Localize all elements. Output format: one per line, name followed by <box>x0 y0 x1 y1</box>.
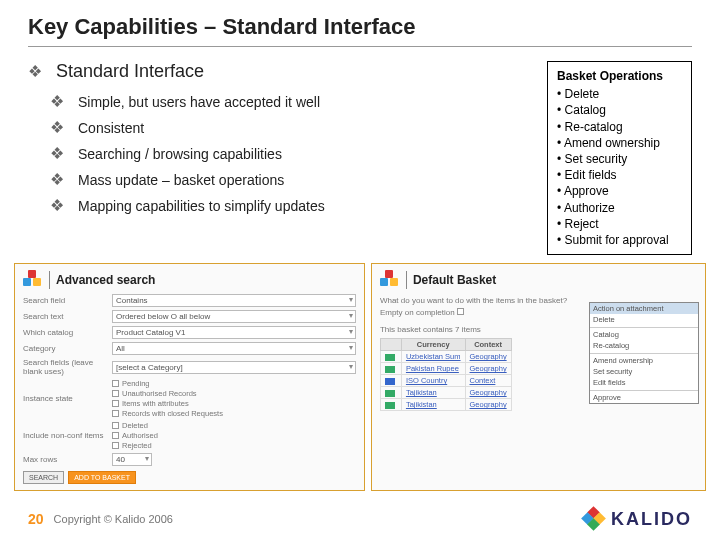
label: Include non-conf items <box>23 431 108 440</box>
bullet-item: Consistent <box>78 120 144 136</box>
bullet-item: Searching / browsing capabilities <box>78 146 282 162</box>
copyright: Copyright © Kalido 2006 <box>54 513 173 525</box>
dropdown-option[interactable]: Catalog <box>590 327 698 340</box>
flag-icon <box>385 366 395 373</box>
dropdown-option[interactable]: Re-catalog <box>590 340 698 351</box>
dropdown-option[interactable]: Amend ownership <box>590 353 698 366</box>
search-fields-select[interactable]: [select a Category] <box>112 361 356 374</box>
ops-item: • Authorize <box>557 200 682 216</box>
checkbox-label: Items with attributes <box>122 399 189 408</box>
table-row[interactable]: Uzbekistan SumGeography <box>380 351 511 363</box>
bullet-item: Mapping capabilities to simplify updates <box>78 198 325 214</box>
diamond-bullet-icon: ❖ <box>50 118 64 137</box>
checkbox-label: Records with closed Requests <box>122 409 223 418</box>
flag-icon <box>385 378 395 385</box>
label: Search field <box>23 296 108 305</box>
table-header <box>380 339 401 351</box>
label: Search text <box>23 312 108 321</box>
flag-icon <box>385 390 395 397</box>
checkbox[interactable] <box>112 380 119 387</box>
checkbox-label: Pending <box>122 379 150 388</box>
dropdown-option[interactable]: Delete <box>590 314 698 325</box>
app-cube-icon <box>380 270 400 290</box>
basket-operations-box: Basket Operations • Delete • Catalog • R… <box>547 61 692 255</box>
logo-mark-icon <box>583 508 605 530</box>
section-heading: Standard Interface <box>56 61 204 82</box>
table-row[interactable]: TajikistanGeography <box>380 387 511 399</box>
table-header: Currency <box>401 339 465 351</box>
panel-title: Default Basket <box>413 273 496 287</box>
flag-icon <box>385 402 395 409</box>
checkbox[interactable] <box>112 400 119 407</box>
panel-title: Advanced search <box>56 273 155 287</box>
basket-table: Currency Context Uzbekistan SumGeography… <box>380 338 512 411</box>
separator <box>49 271 50 289</box>
empty-on-completion-label: Empty on completion <box>380 308 455 317</box>
diamond-bullet-icon: ❖ <box>50 170 64 189</box>
logo-text: KALIDO <box>611 509 692 530</box>
label: Which catalog <box>23 328 108 337</box>
checkbox[interactable] <box>112 422 119 429</box>
ops-item: • Submit for approval <box>557 232 682 248</box>
bullet-item: Mass update – basket operations <box>78 172 284 188</box>
which-catalog-select[interactable]: Product Catalog V1 <box>112 326 356 339</box>
label: Search fields (leave blank uses) <box>23 358 108 376</box>
checkbox-label: Authorised <box>122 431 158 440</box>
add-to-basket-button[interactable]: ADD TO BASKET <box>68 471 136 484</box>
flag-icon <box>385 354 395 361</box>
separator <box>406 271 407 289</box>
diamond-bullet-icon: ❖ <box>28 62 42 81</box>
diamond-bullet-icon: ❖ <box>50 144 64 163</box>
checkbox[interactable] <box>112 432 119 439</box>
checkbox-label: Deleted <box>122 421 148 430</box>
app-cube-icon <box>23 270 43 290</box>
ops-item: • Amend ownership <box>557 135 682 151</box>
advanced-search-panel: Advanced search Search fieldContains Sea… <box>14 263 365 491</box>
ops-title: Basket Operations <box>557 68 682 84</box>
ops-item: • Edit fields <box>557 167 682 183</box>
category-select[interactable]: All <box>112 342 356 355</box>
search-field-select[interactable]: Contains <box>112 294 356 307</box>
page-number: 20 <box>28 511 44 527</box>
checkbox-label: Rejected <box>122 441 152 450</box>
ops-item: • Catalog <box>557 102 682 118</box>
search-button[interactable]: SEARCH <box>23 471 64 484</box>
checkbox[interactable] <box>112 442 119 449</box>
slide-title: Key Capabilities – Standard Interface <box>28 14 692 47</box>
kalido-logo: KALIDO <box>583 508 692 530</box>
ops-item: • Approve <box>557 183 682 199</box>
checkbox[interactable] <box>112 390 119 397</box>
footer: 20 Copyright © Kalido 2006 KALIDO <box>0 508 720 530</box>
checkbox[interactable] <box>112 410 119 417</box>
bullets-column: ❖ Standard Interface ❖Simple, but users … <box>28 61 529 255</box>
table-row[interactable]: Pakistan RupeeGeography <box>380 363 511 375</box>
bullet-item: Simple, but users have accepted it well <box>78 94 320 110</box>
diamond-bullet-icon: ❖ <box>50 92 64 111</box>
dropdown-option[interactable]: Action on attachment <box>590 303 698 314</box>
max-rows-input[interactable]: 40 <box>112 453 152 466</box>
ops-item: • Delete <box>557 86 682 102</box>
dropdown-option[interactable]: Edit fields <box>590 377 698 388</box>
basket-action-dropdown[interactable]: Action on attachment Delete Catalog Re-c… <box>589 302 699 404</box>
label: Max rows <box>23 455 108 464</box>
default-basket-panel: Default Basket What do you want to do wi… <box>371 263 706 491</box>
table-header: Context <box>465 339 511 351</box>
empty-on-completion-checkbox[interactable] <box>457 308 464 315</box>
label: Category <box>23 344 108 353</box>
diamond-bullet-icon: ❖ <box>50 196 64 215</box>
label: Instance state <box>23 394 108 403</box>
ops-item: • Reject <box>557 216 682 232</box>
dropdown-option[interactable]: Approve <box>590 390 698 403</box>
table-row[interactable]: ISO CountryContext <box>380 375 511 387</box>
dropdown-option[interactable]: Set security <box>590 366 698 377</box>
search-text-select[interactable]: Ordered below O all below <box>112 310 356 323</box>
table-row[interactable]: TajikistanGeography <box>380 399 511 411</box>
ops-item: • Set security <box>557 151 682 167</box>
ops-item: • Re-catalog <box>557 119 682 135</box>
checkbox-label: Unauthorised Records <box>122 389 197 398</box>
